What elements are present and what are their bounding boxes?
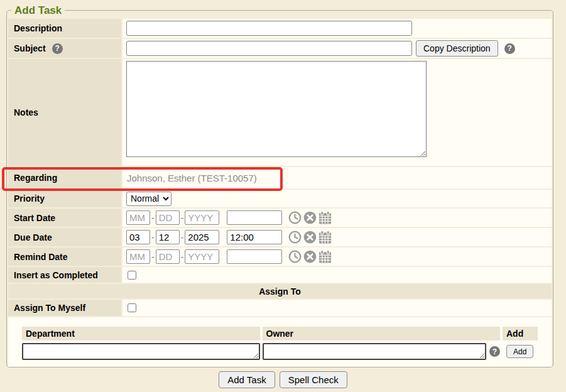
insert-completed-label: Insert as Completed xyxy=(14,270,98,280)
start-date-year-input[interactable] xyxy=(185,210,219,225)
owner-cell: ? xyxy=(263,342,501,360)
remind-date-month-input[interactable] xyxy=(126,249,150,264)
remind-date-icons xyxy=(288,250,332,263)
start-date-time-input[interactable] xyxy=(227,210,282,225)
regarding-row: Regarding Johnson, Esther (TEST-10057) xyxy=(8,167,552,188)
priority-select[interactable]: Normal xyxy=(126,192,171,206)
regarding-value-cell: Johnson, Esther (TEST-10057) xyxy=(122,167,552,188)
insert-completed-label-cell: Insert as Completed xyxy=(8,267,121,283)
insert-completed-row: Insert as Completed xyxy=(8,267,552,283)
notes-row: Notes xyxy=(8,59,552,166)
regarding-label-cell: Regarding xyxy=(8,167,121,188)
owner-help-icon[interactable]: ? xyxy=(489,346,500,357)
due-date-time-input[interactable] xyxy=(227,230,282,244)
clear-date-icon[interactable] xyxy=(303,231,317,244)
assign-table-panel: Department Owner Add ? Add xyxy=(8,317,552,367)
description-value-cell xyxy=(122,19,552,38)
priority-label-cell: Priority xyxy=(8,190,121,207)
copy-description-button[interactable]: Copy Description xyxy=(416,40,498,57)
notes-label: Notes xyxy=(14,107,38,117)
department-input[interactable] xyxy=(22,343,260,360)
priority-label: Priority xyxy=(14,193,45,204)
assign-table: Department Owner Add ? Add xyxy=(22,327,538,360)
calendar-icon[interactable] xyxy=(318,250,332,263)
insert-completed-checkbox[interactable] xyxy=(128,271,136,280)
subject-help-icon[interactable]: ? xyxy=(52,43,63,54)
form-actions: Add Task Spell Check xyxy=(0,371,566,388)
assign-to-header-row: Assign To xyxy=(8,284,552,298)
start-date-month-input[interactable] xyxy=(126,210,150,225)
due-date-icons xyxy=(288,231,332,244)
owner-input[interactable] xyxy=(263,343,487,360)
form-title: Add Task xyxy=(11,4,65,17)
description-row: Description xyxy=(8,19,552,38)
priority-value-cell: Normal xyxy=(122,190,552,207)
remind-date-year-input[interactable] xyxy=(185,249,219,264)
remind-date-label-cell: Remind Date xyxy=(8,248,121,266)
description-label: Description xyxy=(14,23,62,33)
copy-description-help-icon[interactable]: ? xyxy=(504,43,515,54)
calendar-icon[interactable] xyxy=(318,211,332,224)
notes-textarea[interactable] xyxy=(126,61,427,157)
assign-to-section-title: Assign To xyxy=(8,284,552,298)
assign-myself-row: Assign To Myself xyxy=(8,300,552,316)
start-date-value-cell: - - xyxy=(122,209,552,227)
notes-value-cell xyxy=(122,59,552,166)
assign-myself-value-cell xyxy=(122,300,552,316)
subject-value-cell: Copy Description ? xyxy=(122,39,552,58)
due-date-year-input[interactable] xyxy=(185,230,219,244)
insert-completed-value-cell xyxy=(122,267,552,283)
due-date-day-input[interactable] xyxy=(156,230,180,244)
due-date-label: Due Date xyxy=(14,232,52,242)
clock-icon[interactable] xyxy=(288,211,302,224)
subject-row: Subject ? Copy Description ? xyxy=(8,39,552,58)
remind-date-day-input[interactable] xyxy=(156,249,180,264)
start-date-label: Start Date xyxy=(14,213,55,223)
clear-date-icon[interactable] xyxy=(303,211,317,224)
department-cell xyxy=(22,342,260,360)
subject-input[interactable] xyxy=(126,41,412,56)
department-column-header: Department xyxy=(22,327,260,340)
spell-check-button[interactable]: Spell Check xyxy=(280,371,347,388)
date-separator: - xyxy=(151,252,155,262)
priority-row: Priority Normal xyxy=(8,190,552,207)
start-date-label-cell: Start Date xyxy=(8,209,121,227)
add-column-header: Add xyxy=(503,327,538,340)
assign-myself-label: Assign To Myself xyxy=(14,303,85,313)
calendar-icon[interactable] xyxy=(318,231,332,244)
add-task-button[interactable]: Add Task xyxy=(219,371,275,388)
due-date-value-cell: - - xyxy=(122,228,552,246)
description-label-cell: Description xyxy=(8,19,121,38)
add-task-form: Add Task Description Subject ? Copy Desc… xyxy=(6,4,553,368)
start-date-row: Start Date - - xyxy=(8,209,552,227)
due-date-row: Due Date - - xyxy=(8,228,552,246)
due-date-label-cell: Due Date xyxy=(8,228,121,246)
date-separator: - xyxy=(181,252,184,262)
remind-date-value-cell: - - xyxy=(122,248,552,266)
assign-myself-checkbox[interactable] xyxy=(128,303,136,312)
remind-date-time-input[interactable] xyxy=(227,249,282,264)
description-input[interactable] xyxy=(126,21,412,36)
date-separator: - xyxy=(151,232,155,242)
owner-column-header: Owner xyxy=(263,327,501,340)
start-date-icons xyxy=(288,211,332,224)
regarding-label: Regarding xyxy=(14,173,57,183)
regarding-value: Johnson, Esther (TEST-10057) xyxy=(126,173,257,183)
date-separator: - xyxy=(181,232,184,242)
add-assignment-button[interactable]: Add xyxy=(506,345,533,358)
start-date-day-input[interactable] xyxy=(156,210,180,225)
remind-date-label: Remind Date xyxy=(14,252,68,262)
clock-icon[interactable] xyxy=(288,250,302,263)
remind-date-row: Remind Date - - xyxy=(8,248,552,266)
notes-label-cell: Notes xyxy=(8,59,121,166)
assign-myself-label-cell: Assign To Myself xyxy=(8,300,121,316)
subject-label: Subject xyxy=(14,43,46,53)
add-cell: Add xyxy=(503,342,538,360)
clear-date-icon[interactable] xyxy=(303,250,317,263)
subject-label-cell: Subject ? xyxy=(8,39,121,58)
date-separator: - xyxy=(181,213,184,223)
due-date-month-input[interactable] xyxy=(126,230,150,244)
date-separator: - xyxy=(151,213,155,223)
clock-icon[interactable] xyxy=(288,231,302,244)
